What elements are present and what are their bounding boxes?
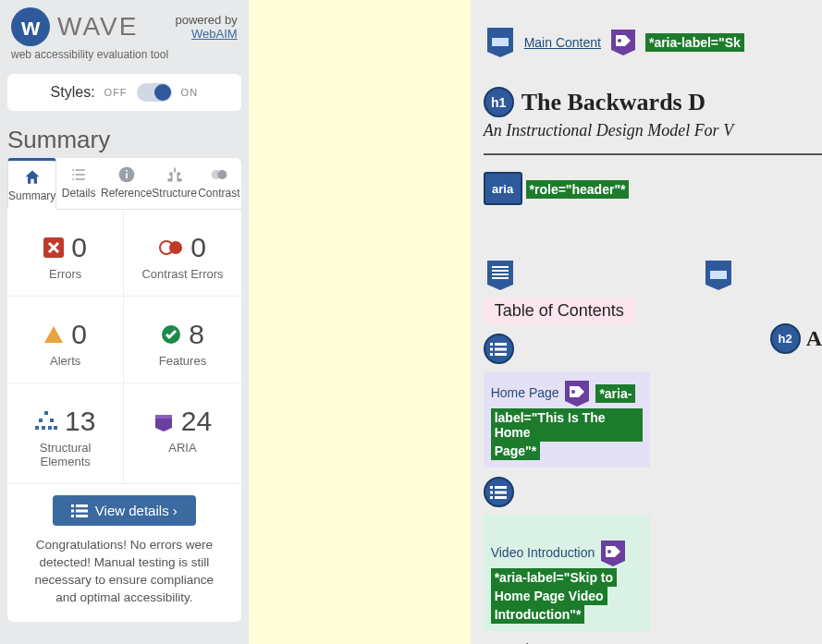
- evaluated-page: Main Content *aria-label="Sk h1 The Back…: [471, 0, 822, 644]
- aria-label-skip: *aria-label="Sk: [645, 33, 744, 52]
- error-icon: [43, 237, 64, 258]
- video-aria-tag2: Home Page Video: [491, 587, 607, 605]
- aria-tag-shield-icon-3: [598, 539, 628, 568]
- layout-shield-icon: [484, 26, 517, 59]
- wave-sidebar: w WAVE powered by WebAIM web accessibili…: [0, 0, 249, 644]
- contrast-icon: [210, 165, 228, 184]
- toggle-on-label: ON: [181, 87, 199, 98]
- home-icon: [23, 168, 42, 187]
- stats-grid: 0 Errors 0 Contrast Errors 0 Alerts: [7, 210, 241, 484]
- structure-icon: [35, 411, 57, 431]
- svg-rect-15: [492, 275, 509, 277]
- yellow-margin: [249, 0, 471, 644]
- congrats-message: Congratulations! No errors were detected…: [7, 533, 241, 622]
- tab-contrast[interactable]: Contrast: [197, 158, 241, 209]
- svg-point-7: [169, 241, 182, 254]
- video-aria-tag3: Introduction"*: [491, 605, 585, 624]
- h2-text: A: [806, 326, 822, 351]
- stat-structural: 13 Structural Elements: [7, 383, 124, 484]
- powered-label: powered by: [175, 13, 237, 27]
- alert-icon: [43, 324, 64, 345]
- contrast-error-icon: [159, 239, 183, 256]
- stat-aria-label: ARIA: [133, 441, 231, 455]
- view-details-button[interactable]: View details ›: [53, 495, 196, 526]
- toggle-knob: [154, 84, 171, 101]
- styles-toggle[interactable]: [137, 83, 172, 102]
- svg-point-19: [607, 550, 611, 553]
- tree-icon: [166, 165, 184, 184]
- toc-heading: Table of Contents: [484, 298, 635, 324]
- top-annotations: Main Content *aria-label="Sk: [484, 26, 822, 59]
- role-header-tag: *role="header"*: [526, 180, 630, 199]
- stat-structural-value: 13: [65, 406, 95, 437]
- styles-label: Styles:: [51, 84, 95, 101]
- h2-badge-icon: h2: [770, 323, 801, 354]
- feature-icon: [161, 324, 181, 345]
- home-page-link[interactable]: Home Page: [491, 385, 559, 400]
- video-aria-tag1: *aria-label="Skip to: [491, 568, 617, 587]
- stat-alerts-value: 0: [71, 319, 87, 350]
- svg-rect-10: [492, 33, 509, 38]
- video-intro-link[interactable]: Video Introduction: [491, 545, 595, 560]
- tab-reference[interactable]: Reference: [101, 158, 152, 209]
- stat-structural-label: Structural Elements: [17, 441, 114, 468]
- svg-rect-2: [126, 170, 128, 172]
- summary-title: Summary: [0, 115, 249, 158]
- styles-toggle-card: Styles: OFF ON: [7, 74, 241, 111]
- powered-by: powered by WebAIM: [175, 13, 237, 41]
- stat-contrast-label: Contrast Errors: [133, 267, 231, 281]
- aria-tag-shield-icon-2: [562, 379, 592, 408]
- home-aria-tag1: *aria-: [595, 384, 635, 403]
- stat-aria-value: 24: [181, 406, 212, 437]
- executive-summary-link[interactable]: Executive Summary: [484, 640, 650, 644]
- page-h1: The Backwards D: [521, 89, 705, 116]
- home-aria-tag3: Page"*: [491, 442, 541, 460]
- tab-reference-label: Reference: [101, 187, 152, 200]
- main-content-link[interactable]: Main Content: [524, 35, 601, 50]
- tab-contrast-label: Contrast: [198, 187, 239, 200]
- sidebar-header: w WAVE powered by WebAIM: [0, 0, 249, 48]
- list-icon: [69, 165, 88, 184]
- stat-features-label: Features: [133, 354, 231, 368]
- stat-alerts-label: Alerts: [17, 354, 114, 368]
- video-intro-box: Video Introduction *aria-label="Skip to …: [484, 515, 650, 631]
- wave-logo-icon: w: [11, 7, 50, 46]
- stat-errors: 0 Errors: [7, 210, 124, 297]
- stat-errors-label: Errors: [17, 267, 114, 281]
- ul-list-icon-2: [484, 477, 514, 507]
- brand-name: WAVE: [57, 12, 138, 42]
- tab-details[interactable]: Details: [56, 158, 101, 209]
- info-icon: [117, 165, 136, 184]
- page-subtitle: An Instructional Design Model For V: [484, 121, 822, 140]
- toggle-off-label: OFF: [104, 87, 128, 98]
- webaim-link[interactable]: WebAIM: [191, 27, 238, 41]
- stat-contrast-errors: 0 Contrast Errors: [124, 210, 240, 297]
- tab-details-label: Details: [62, 187, 96, 200]
- svg-point-18: [571, 390, 575, 394]
- tab-summary[interactable]: Summary: [7, 158, 56, 210]
- svg-rect-17: [710, 266, 727, 271]
- svg-point-4: [217, 170, 227, 179]
- content-shield-icon: [484, 259, 517, 292]
- aria-badge-icon: aria: [484, 172, 522, 205]
- stat-features: 8 Features: [124, 297, 240, 383]
- svg-rect-1: [126, 173, 128, 178]
- stat-errors-value: 0: [71, 232, 87, 263]
- details-list-icon: [71, 504, 88, 517]
- home-page-box: Home Page *aria- label="This Is The Home…: [484, 371, 650, 468]
- stat-aria: 24 ARIA: [124, 383, 240, 484]
- tabs: Summary Details Reference Structure Cont…: [7, 158, 241, 210]
- aria-tag-shield-icon: [608, 28, 638, 57]
- aria-icon: [153, 411, 174, 431]
- h1-badge-icon: h1: [484, 87, 514, 117]
- h1-row: h1 The Backwards D: [484, 87, 822, 117]
- home-aria-tag2: label="This Is The Home: [491, 408, 643, 442]
- stat-features-value: 8: [189, 319, 204, 350]
- stat-contrast-value: 0: [190, 232, 206, 263]
- report-card: Summary Details Reference Structure Cont…: [7, 158, 241, 622]
- svg-rect-13: [492, 268, 509, 270]
- tab-structure-label: Structure: [152, 187, 197, 200]
- stat-alerts: 0 Alerts: [7, 297, 124, 383]
- layout-icons-row: [484, 259, 822, 292]
- tab-structure[interactable]: Structure: [152, 158, 197, 209]
